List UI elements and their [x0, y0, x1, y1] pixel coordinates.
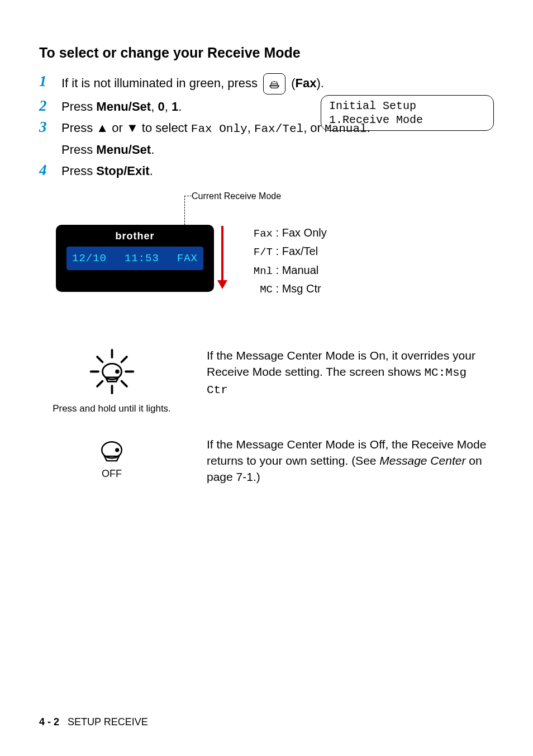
mode-row: MC : Msg Ctr [240, 280, 327, 298]
text: If it is not illuminated in green, press [61, 76, 261, 90]
text: , [248, 121, 254, 135]
mode-code: MC [240, 281, 273, 298]
brand-logo: brother [56, 230, 214, 242]
page-number: 4 - 2 [39, 716, 59, 727]
text: ). [316, 76, 323, 90]
mode-code: Fax [240, 225, 273, 242]
step-1: 1 If it is not illuminated in green, pre… [39, 73, 494, 94]
mc-on-text: If the Message Center Mode is On, it ove… [207, 348, 494, 399]
chapter-title: SETUP RECEIVE [68, 716, 148, 727]
mc-off-label: OFF [39, 468, 184, 480]
section-heading: To select or change your Receive Mode [39, 45, 494, 61]
text-bold: Menu/Set [96, 100, 151, 114]
device-lcd: 12/10 11:53 FAX [66, 247, 203, 270]
mode-row: Mnl : Manual [240, 261, 327, 280]
mode-row: Fax : Fax Only [240, 224, 327, 242]
text-bold: 1 [172, 100, 178, 114]
mode-code: Mnl [240, 263, 273, 280]
down-arrow-icon [221, 226, 223, 287]
mono-text: Fax/Tel [254, 122, 303, 135]
mode-row: F/T : Fax/Tel [240, 242, 327, 261]
lcd-line-1: Initial Setup [329, 99, 486, 113]
reference-link: Message Center [379, 454, 465, 467]
receive-mode-diagram: Current Receive Mode brother 12/10 11:53… [39, 191, 494, 309]
diagram-caption: Current Receive Mode [192, 191, 281, 201]
text: Press [61, 143, 96, 157]
svg-line-4 [97, 357, 102, 362]
mc-off-text: If the Message Center Mode is Off, the R… [207, 437, 494, 485]
text: , [165, 100, 172, 114]
lcd-time: 11:53 [125, 252, 159, 264]
step-4: 4 Press Stop/Exit. [39, 162, 494, 180]
mode-list: Fax : Fax Only F/T : Fax/Tel Mnl : Manua… [240, 224, 327, 299]
message-center-off-block: OFF If the Message Center Mode is Off, t… [39, 437, 494, 485]
text: . [178, 100, 182, 114]
svg-line-5 [121, 381, 126, 386]
step-number: 4 [39, 162, 61, 179]
lcd-date: 12/10 [72, 252, 107, 264]
lcd-line-2: 1.Receive Mode [329, 113, 486, 127]
text-bold: Fax [296, 76, 317, 90]
mode-label: : Msg Ctr [276, 282, 321, 295]
lcd-mode: FAX [177, 252, 198, 264]
step-number: 3 [39, 119, 61, 136]
text: . [151, 143, 154, 157]
mode-label: : Fax Only [276, 226, 327, 239]
mode-label: : Manual [276, 264, 319, 276]
text: , [151, 100, 158, 114]
message-center-on-block: Press and hold until it lights. If the M… [39, 348, 494, 414]
page-footer: 4 - 2 SETUP RECEIVE [39, 716, 148, 728]
device-panel: brother 12/10 11:53 FAX [56, 225, 214, 292]
text: . [150, 164, 153, 178]
svg-line-6 [121, 357, 126, 362]
step-body: If it is not illuminated in green, press… [61, 73, 494, 94]
text: Press [61, 100, 96, 114]
svg-line-7 [97, 381, 102, 386]
text: ( [291, 76, 295, 90]
text-bold: Stop/Exit [96, 164, 149, 178]
mc-on-caption: Press and hold until it lights. [39, 403, 184, 414]
mode-label: : Fax/Tel [276, 245, 318, 257]
svg-point-9 [116, 370, 118, 373]
mode-code: F/T [240, 244, 273, 261]
svg-point-11 [116, 448, 118, 451]
dashed-leader-horizontal [184, 196, 192, 196]
text: Press [61, 164, 96, 178]
step-number: 2 [39, 98, 61, 115]
mono-text: Fax Only [191, 122, 248, 135]
message-center-off-icon [98, 440, 126, 464]
message-center-lit-icon [85, 348, 139, 395]
text-bold: 0 [158, 100, 164, 114]
mc-on-icon-column: Press and hold until it lights. [39, 348, 184, 414]
text-bold: Menu/Set [96, 143, 151, 157]
step-number: 1 [39, 73, 61, 90]
step-body: Press Stop/Exit. [61, 162, 494, 180]
mc-off-icon-column: OFF [39, 437, 184, 480]
text: Press ▲ or ▼ to select [61, 121, 191, 135]
fax-icon [263, 73, 285, 94]
lcd-display-callout: Initial Setup 1.Receive Mode [321, 95, 494, 131]
